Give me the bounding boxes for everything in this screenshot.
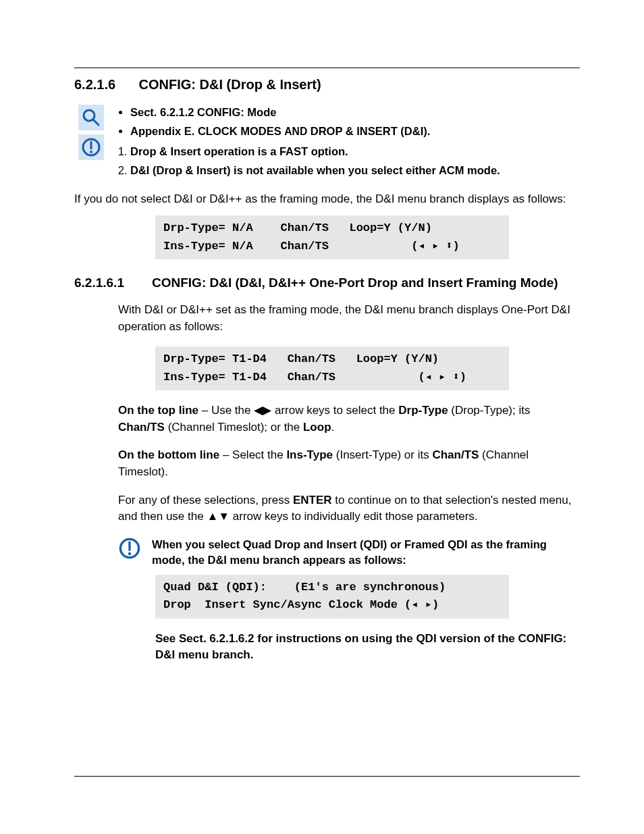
ref-item: Sect. 6.2.1.2 CONFIG: Mode: [130, 105, 580, 121]
paragraph-top-line: On the top line – Use the ◀▶ arrow keys …: [118, 402, 580, 436]
paragraph: See Sect. 6.2.1.6.2 for instructions on …: [155, 631, 580, 664]
svg-point-7: [128, 552, 132, 555]
lcd-display-block: Quad D&I (QDI): (E1's are synchronous) D…: [155, 575, 509, 619]
alert-icon: [78, 134, 104, 160]
qdi-note-row: When you select Quad Drop and Insert (QD…: [118, 537, 580, 568]
ref-item: Appendix E. CLOCK MODES AND DROP & INSER…: [130, 124, 580, 140]
svg-point-4: [90, 151, 92, 153]
paragraph: With D&I or D&I++ set as the framing mod…: [118, 302, 580, 335]
note-item: D&I (Drop & Insert) is not available whe…: [130, 163, 580, 179]
subsection-number: 6.2.1.6.1: [74, 276, 152, 290]
section-title: CONFIG: D&I (Drop & Insert): [139, 77, 321, 92]
paragraph-bottom-line: On the bottom line – Select the Ins-Type…: [118, 447, 580, 480]
qdi-note-text: When you select Quad Drop and Insert (QD…: [152, 537, 580, 568]
paragraph: For any of these selections, press ENTER…: [118, 492, 580, 525]
magnifier-icon: [78, 105, 104, 130]
subsection-title: CONFIG: D&I (D&I, D&I++ One-Port Drop an…: [152, 276, 580, 290]
document-page: 6.2.1.6 CONFIG: D&I (Drop & Insert) Sect…: [0, 0, 644, 834]
reference-notes: Sect. 6.2.1.2 CONFIG: Mode Appendix E. C…: [118, 105, 580, 179]
lcd-display-block: Drp-Type= T1-D4 Chan/TS Loop=Y (Y/N) Ins…: [155, 346, 509, 390]
section-heading: 6.2.1.6 CONFIG: D&I (Drop & Insert): [74, 77, 580, 93]
subsection-heading: 6.2.1.6.1 CONFIG: D&I (D&I, D&I++ One-Po…: [74, 276, 580, 290]
alert-icon: [118, 537, 152, 568]
lcd-display-block: Drp-Type= N/A Chan/TS Loop=Y (Y/N) Ins-T…: [155, 215, 509, 259]
svg-line-1: [93, 120, 99, 125]
icon-column: [74, 105, 108, 164]
note-item: Drop & Insert operation is a FAST option…: [130, 144, 580, 160]
paragraph: If you do not select D&I or D&I++ as the…: [74, 191, 580, 208]
section-number: 6.2.1.6: [74, 77, 135, 93]
